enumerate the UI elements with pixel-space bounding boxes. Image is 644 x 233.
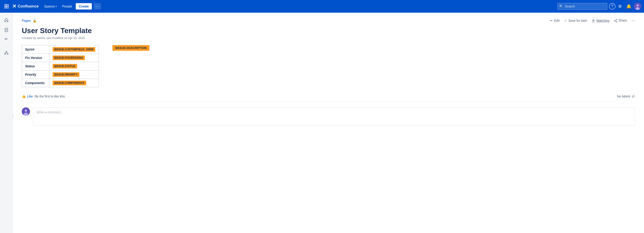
commenter-avatar bbox=[22, 108, 30, 116]
field-label: Fix Version bbox=[22, 54, 50, 62]
description-badge: $ISSUE.DESCRIPTION bbox=[112, 45, 150, 51]
field-label: Priority bbox=[22, 70, 50, 79]
comment-input[interactable]: Write a comment... bbox=[33, 108, 635, 126]
jira-variable-badge: $ISSUE.COMPONENTS bbox=[52, 81, 86, 85]
like-subtext: Be the first to like this bbox=[35, 94, 65, 98]
svg-point-18 bbox=[7, 54, 8, 54]
svg-line-20 bbox=[6, 52, 8, 54]
svg-point-17 bbox=[4, 54, 6, 54]
svg-rect-7 bbox=[6, 8, 7, 8]
tag-icon: 🏷 bbox=[632, 94, 635, 98]
search-input[interactable] bbox=[558, 3, 607, 10]
field-value: $ISSUE.STATUS bbox=[49, 62, 99, 70]
page-actions-group: ✏ Edit ☆ Save for later 👁 Watching bbox=[550, 18, 635, 23]
search-wrapper: 🔍 bbox=[558, 3, 607, 10]
svg-point-27 bbox=[25, 110, 27, 112]
watching-button[interactable]: 👁 Watching bbox=[592, 19, 610, 22]
table-row: Sprint$ISSUE.CUSTOMFIELD_10000 bbox=[22, 45, 99, 54]
share-button[interactable]: Share bbox=[614, 18, 627, 22]
sidebar-item-pages[interactable] bbox=[2, 26, 11, 34]
breadcrumb-pages-link[interactable]: Pages bbox=[22, 19, 31, 22]
breadcrumb: Pages 🔒 bbox=[22, 19, 36, 22]
save-for-later-button[interactable]: ☆ Save for later bbox=[564, 19, 587, 22]
sidebar-item-connections[interactable] bbox=[2, 48, 11, 57]
content-body: Sprint$ISSUE.CUSTOMFIELD_10000Fix Versio… bbox=[22, 45, 635, 87]
page-meta: Created by admin, last modified on Apr 1… bbox=[22, 36, 635, 40]
field-value: $ISSUE.PRIORITY bbox=[49, 70, 99, 79]
spaces-nav-link[interactable]: Spaces ▾ bbox=[42, 3, 59, 10]
confluence-logo[interactable]: ✕ Confluence bbox=[12, 4, 39, 9]
svg-rect-8 bbox=[8, 8, 8, 8]
help-icon[interactable]: ? bbox=[609, 3, 616, 10]
table-row: Fix Version$ISSUE.FIXVERSIONS bbox=[22, 54, 99, 62]
thumbs-up-icon: 👍 bbox=[22, 94, 26, 98]
svg-line-19 bbox=[5, 52, 6, 54]
confluence-logo-icon: ✕ bbox=[12, 4, 16, 9]
sidebar-drag-handle[interactable] bbox=[12, 112, 14, 121]
share-icon bbox=[614, 18, 617, 22]
no-labels-text: No labels bbox=[617, 94, 630, 98]
sidebar-divider bbox=[4, 46, 9, 46]
sidebar-item-home[interactable] bbox=[2, 16, 11, 24]
page-more-button[interactable]: ··· bbox=[632, 18, 635, 23]
jira-variable-badge: $ISSUE.PRIORITY bbox=[52, 72, 80, 77]
svg-point-10 bbox=[636, 4, 639, 6]
svg-line-25 bbox=[615, 21, 616, 22]
svg-rect-3 bbox=[4, 6, 6, 7]
svg-point-22 bbox=[616, 21, 617, 22]
issue-table: Sprint$ISSUE.CUSTOMFIELD_10000Fix Versio… bbox=[22, 45, 99, 87]
top-navigation: ✕ Confluence Spaces ▾ People Create ··· … bbox=[0, 0, 644, 13]
svg-rect-2 bbox=[8, 4, 8, 6]
user-avatar[interactable] bbox=[634, 3, 641, 10]
labels-area: No labels 🏷 bbox=[617, 94, 635, 98]
like-button[interactable]: 👍 Like bbox=[22, 94, 33, 98]
svg-point-16 bbox=[6, 51, 7, 52]
main-content: Pages 🔒 ✏ Edit ☆ Save for later 👁 Watchi… bbox=[13, 13, 644, 233]
more-nav-button[interactable]: ··· bbox=[94, 3, 101, 10]
notifications-icon[interactable]: 🔔 bbox=[624, 2, 633, 10]
jira-variable-badge: $ISSUE.STATUS bbox=[52, 64, 77, 68]
table-row: Components$ISSUE.COMPONENTS bbox=[22, 79, 99, 87]
pencil-icon: ✏ bbox=[550, 19, 552, 22]
page-toolbar: Pages 🔒 ✏ Edit ☆ Save for later 👁 Watchi… bbox=[22, 18, 635, 23]
page-title: User Story Template bbox=[22, 26, 635, 35]
grid-icon[interactable] bbox=[3, 3, 10, 10]
svg-point-21 bbox=[616, 19, 617, 20]
edit-button[interactable]: ✏ Edit bbox=[550, 19, 560, 22]
svg-rect-6 bbox=[4, 8, 6, 8]
field-value: $ISSUE.COMPONENTS bbox=[49, 79, 99, 87]
svg-line-24 bbox=[615, 20, 616, 21]
svg-point-23 bbox=[614, 20, 615, 21]
svg-point-11 bbox=[636, 7, 640, 10]
jira-variable-badge: $ISSUE.FIXVERSIONS bbox=[52, 56, 85, 60]
create-button[interactable]: Create bbox=[76, 3, 92, 10]
field-label: Sprint bbox=[22, 45, 50, 54]
svg-rect-5 bbox=[8, 6, 8, 7]
page-footer: 👍 Like Be the first to like this No labe… bbox=[22, 94, 635, 102]
field-value: $ISSUE.CUSTOMFIELD_10000 bbox=[49, 45, 99, 54]
jira-variable-badge: $ISSUE.CUSTOMFIELD_10000 bbox=[52, 47, 96, 52]
field-label: Status bbox=[22, 62, 50, 70]
lock-icon: 🔒 bbox=[33, 19, 36, 22]
spaces-chevron-icon: ▾ bbox=[56, 5, 57, 8]
people-nav-link[interactable]: People bbox=[60, 3, 74, 10]
nav-icon-group: ? ⚙ 🔔 bbox=[609, 2, 641, 10]
star-icon: ☆ bbox=[564, 19, 567, 22]
eye-icon: 👁 bbox=[592, 19, 595, 22]
svg-rect-1 bbox=[6, 4, 7, 6]
confluence-logo-text: Confluence bbox=[18, 4, 39, 8]
settings-icon[interactable]: ⚙ bbox=[616, 2, 624, 10]
svg-rect-4 bbox=[6, 6, 7, 7]
table-row: Priority$ISSUE.PRIORITY bbox=[22, 70, 99, 79]
field-label: Components bbox=[22, 79, 50, 87]
like-area: 👍 Like Be the first to like this bbox=[22, 94, 65, 98]
table-row: Status$ISSUE.STATUS bbox=[22, 62, 99, 70]
svg-rect-0 bbox=[4, 4, 6, 6]
left-sidebar bbox=[0, 13, 13, 233]
field-value: $ISSUE.FIXVERSIONS bbox=[49, 54, 99, 62]
comment-placeholder: Write a comment... bbox=[36, 110, 63, 114]
comment-section: Write a comment... bbox=[22, 108, 635, 126]
sidebar-item-blog[interactable] bbox=[2, 35, 11, 44]
